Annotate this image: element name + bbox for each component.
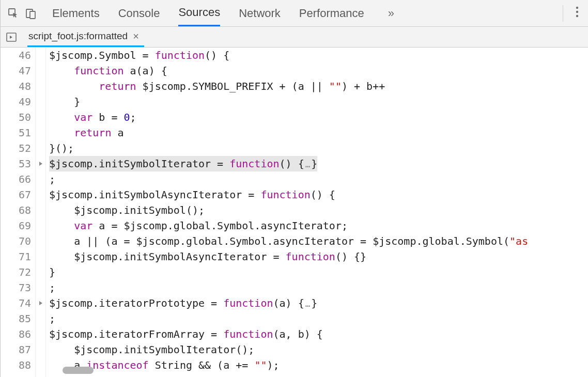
code-line[interactable]: $jscomp.Symbol = function() { [49, 48, 588, 63]
device-toggle-icon[interactable] [23, 6, 39, 21]
code-line[interactable]: var a = $jscomp.global.Symbol.asyncItera… [49, 218, 588, 233]
code-line[interactable]: $jscomp.iteratorFromArray = function(a, … [49, 326, 588, 342]
horizontal-scrollbar[interactable] [63, 367, 94, 374]
code-content[interactable]: $jscomp.Symbol = function() { function a… [46, 48, 588, 377]
code-line[interactable]: return a [49, 125, 588, 140]
source-editor[interactable]: 4647484950515253666768697071727374858687… [1, 48, 588, 377]
fold-toggle-icon[interactable] [36, 156, 45, 171]
code-line[interactable]: return $jscomp.SYMBOL_PREFIX + (a || "")… [49, 78, 588, 94]
fold-toggle-icon[interactable] [36, 295, 45, 311]
fold-gutter [36, 48, 46, 377]
tab-performance[interactable]: Performance [299, 0, 364, 26]
code-line[interactable]: a instanceof String && (a += ""); [49, 357, 588, 373]
code-line[interactable]: $jscomp.initSymbolIterator = function() … [49, 156, 317, 171]
toolbar-divider [563, 5, 563, 22]
code-line[interactable]: ; [49, 311, 588, 326]
inspect-element-icon[interactable] [6, 6, 21, 21]
line-number-gutter: 4647484950515253666768697071727374858687… [1, 48, 36, 377]
code-line[interactable]: var b = 0; [49, 109, 588, 125]
code-line[interactable]: var c = 0 [49, 373, 588, 377]
code-line[interactable]: } [49, 264, 588, 280]
code-line[interactable]: function a(a) { [49, 63, 588, 78]
svg-point-5 [576, 14, 578, 17]
devtools-top-toolbar: Elements Console Sources Network Perform… [1, 0, 588, 27]
file-navigator-icon[interactable] [5, 30, 18, 44]
file-tab-active[interactable]: script_foot.js:formatted × [27, 27, 144, 47]
code-line[interactable]: $jscomp.initSymbol(); [49, 202, 588, 218]
code-line[interactable]: a || (a = $jscomp.global.Symbol.asyncIte… [49, 233, 588, 249]
code-line[interactable]: } [49, 94, 588, 109]
code-line[interactable]: }(); [49, 140, 588, 156]
file-tab-bar: script_foot.js:formatted × [1, 27, 588, 48]
more-tabs-icon[interactable]: » [383, 7, 399, 20]
code-line[interactable]: ; [49, 171, 588, 187]
code-line[interactable]: $jscomp.initSymbolAsyncIterator = functi… [49, 187, 588, 202]
devtools-panel-tabs: Elements Console Sources Network Perform… [52, 0, 555, 26]
file-tab-label: script_foot.js:formatted [28, 30, 128, 42]
tab-sources[interactable]: Sources [178, 0, 220, 26]
svg-point-3 [576, 6, 578, 8]
tab-console[interactable]: Console [118, 0, 160, 26]
svg-rect-2 [30, 11, 35, 19]
code-line[interactable]: $jscomp.initSymbolAsyncIterator = functi… [49, 249, 588, 264]
tab-elements[interactable]: Elements [52, 0, 100, 26]
svg-point-4 [576, 10, 578, 12]
code-line[interactable]: ; [49, 280, 588, 295]
code-line[interactable]: $jscomp.iteratorPrototype = function(a) … [49, 295, 588, 311]
code-line[interactable]: $jscomp.initSymbolIterator(); [49, 342, 588, 357]
close-icon[interactable]: × [133, 30, 139, 42]
kebab-menu-icon[interactable] [570, 6, 584, 21]
tab-network[interactable]: Network [239, 0, 281, 26]
